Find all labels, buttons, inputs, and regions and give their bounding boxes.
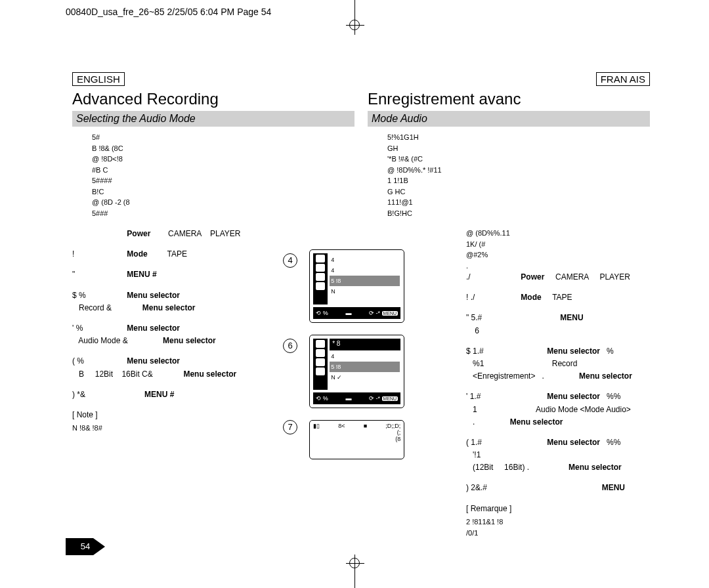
section-left: Selecting the Audio Mode: [72, 111, 354, 127]
display-icon: [316, 273, 325, 281]
camera-icon: [316, 349, 325, 357]
intro-right: 5!%1G1H GH '*B !#& (#C @ !8D%%.* !#11 1 …: [368, 132, 650, 219]
gear-icon: [316, 368, 325, 375]
title-left: Advanced Recording: [72, 90, 354, 108]
camcorder-icon: [316, 340, 325, 348]
camera-icon: [316, 264, 325, 272]
note-body-right: 2 !811&1 !8 /0/1: [466, 516, 650, 539]
camcorder-screen-2: * 8 4 5 !8 N ✓ ⟲ % ▬ ⟳ -* MENU: [309, 335, 404, 408]
lang-label-francais: FRAN AIS: [596, 72, 650, 86]
print-header: 00840D_usa_fre_26~85 2/25/05 6:04 PM Pag…: [66, 7, 271, 17]
gear-icon: [316, 282, 325, 290]
screen-illustrations: 4 4 4 5 !8 N: [309, 249, 411, 459]
section-right: Mode Audio: [368, 111, 650, 127]
display-icon: [316, 358, 325, 366]
registration-target-bottom: [349, 558, 360, 568]
title-right: Enregistrement avanc: [368, 90, 650, 108]
registration-target-top: [349, 20, 360, 30]
camcorder-icon: [316, 255, 325, 262]
icon-column: [313, 253, 328, 304]
lang-label-english: ENGLISH: [72, 72, 125, 86]
camcorder-screen-1: 4 4 5 !8 N ⟲ % ▬ ⟳ -* MENU: [309, 249, 404, 323]
note-header-right: [ Remarque ]: [466, 503, 650, 515]
stop-icon: ■: [364, 423, 367, 442]
battery-icon: ▮▯: [313, 423, 320, 442]
camcorder-screen-3: ▮▯ 8< ■ ;D;;D; (; (8: [309, 420, 404, 459]
intro-left: 5# B !8& (8C @ !8D<!8 #B C 5#### B!C @ (…: [72, 132, 354, 219]
icon-column: [313, 339, 328, 390]
